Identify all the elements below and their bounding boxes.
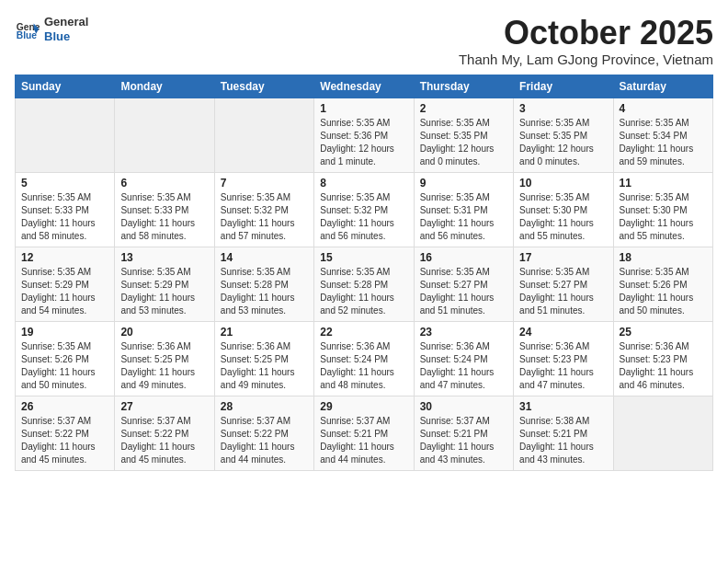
calendar-week-row: 12Sunrise: 5:35 AM Sunset: 5:29 PM Dayli… bbox=[16, 247, 713, 321]
calendar-cell: 7Sunrise: 5:35 AM Sunset: 5:32 PM Daylig… bbox=[214, 172, 313, 247]
page-header: General Blue General Blue October 2025 T… bbox=[15, 15, 713, 67]
calendar-cell: 30Sunrise: 5:37 AM Sunset: 5:21 PM Dayli… bbox=[414, 396, 513, 470]
calendar-week-row: 26Sunrise: 5:37 AM Sunset: 5:22 PM Dayli… bbox=[16, 396, 713, 470]
day-info: Sunrise: 5:35 AM Sunset: 5:32 PM Dayligh… bbox=[221, 191, 308, 243]
calendar-cell: 13Sunrise: 5:35 AM Sunset: 5:29 PM Dayli… bbox=[115, 247, 214, 321]
day-info: Sunrise: 5:35 AM Sunset: 5:30 PM Dayligh… bbox=[620, 191, 707, 243]
calendar-cell: 26Sunrise: 5:37 AM Sunset: 5:22 PM Dayli… bbox=[16, 396, 115, 470]
calendar-cell bbox=[613, 396, 712, 470]
calendar-header-sunday: Sunday bbox=[16, 75, 115, 98]
day-number: 20 bbox=[120, 326, 208, 339]
calendar-cell: 25Sunrise: 5:36 AM Sunset: 5:23 PM Dayli… bbox=[613, 321, 712, 396]
logo-icon: General Blue bbox=[15, 17, 40, 42]
month-title: October 2025 bbox=[459, 15, 713, 52]
calendar-cell: 24Sunrise: 5:36 AM Sunset: 5:23 PM Dayli… bbox=[514, 321, 613, 396]
day-number: 5 bbox=[21, 177, 108, 190]
day-number: 25 bbox=[620, 326, 707, 339]
day-info: Sunrise: 5:35 AM Sunset: 5:35 PM Dayligh… bbox=[420, 117, 507, 168]
day-info: Sunrise: 5:37 AM Sunset: 5:22 PM Dayligh… bbox=[120, 415, 208, 466]
calendar-cell bbox=[214, 98, 313, 172]
calendar-cell: 31Sunrise: 5:38 AM Sunset: 5:21 PM Dayli… bbox=[514, 396, 613, 470]
day-number: 2 bbox=[420, 102, 507, 115]
day-info: Sunrise: 5:36 AM Sunset: 5:23 PM Dayligh… bbox=[620, 340, 707, 392]
calendar-cell: 10Sunrise: 5:35 AM Sunset: 5:30 PM Dayli… bbox=[514, 172, 613, 247]
calendar-cell: 14Sunrise: 5:35 AM Sunset: 5:28 PM Dayli… bbox=[214, 247, 313, 321]
day-number: 6 bbox=[120, 177, 208, 190]
day-info: Sunrise: 5:35 AM Sunset: 5:33 PM Dayligh… bbox=[21, 191, 108, 243]
day-number: 16 bbox=[420, 251, 507, 264]
day-number: 15 bbox=[320, 251, 407, 264]
day-number: 10 bbox=[519, 177, 607, 190]
day-info: Sunrise: 5:35 AM Sunset: 5:31 PM Dayligh… bbox=[420, 191, 507, 243]
day-number: 21 bbox=[221, 326, 308, 339]
calendar-cell: 4Sunrise: 5:35 AM Sunset: 5:34 PM Daylig… bbox=[613, 98, 712, 172]
calendar-cell: 8Sunrise: 5:35 AM Sunset: 5:32 PM Daylig… bbox=[314, 172, 414, 247]
calendar-cell: 15Sunrise: 5:35 AM Sunset: 5:28 PM Dayli… bbox=[314, 247, 414, 321]
calendar-week-row: 19Sunrise: 5:35 AM Sunset: 5:26 PM Dayli… bbox=[16, 321, 713, 396]
day-number: 24 bbox=[519, 326, 607, 339]
location-subtitle: Thanh My, Lam GJong Province, Vietnam bbox=[459, 52, 713, 67]
day-number: 30 bbox=[420, 400, 507, 413]
day-number: 3 bbox=[519, 102, 607, 115]
calendar-header-tuesday: Tuesday bbox=[214, 75, 313, 98]
day-number: 1 bbox=[320, 102, 407, 115]
calendar-cell: 1Sunrise: 5:35 AM Sunset: 5:36 PM Daylig… bbox=[314, 98, 414, 172]
day-number: 23 bbox=[420, 326, 507, 339]
calendar-table: SundayMondayTuesdayWednesdayThursdayFrid… bbox=[15, 75, 713, 471]
calendar-cell: 2Sunrise: 5:35 AM Sunset: 5:35 PM Daylig… bbox=[414, 98, 513, 172]
day-info: Sunrise: 5:35 AM Sunset: 5:29 PM Dayligh… bbox=[21, 266, 108, 317]
calendar-cell: 3Sunrise: 5:35 AM Sunset: 5:35 PM Daylig… bbox=[514, 98, 613, 172]
day-number: 14 bbox=[221, 251, 308, 264]
day-info: Sunrise: 5:35 AM Sunset: 5:29 PM Dayligh… bbox=[120, 266, 208, 317]
day-info: Sunrise: 5:38 AM Sunset: 5:21 PM Dayligh… bbox=[519, 415, 607, 466]
calendar-header-friday: Friday bbox=[514, 75, 613, 98]
day-info: Sunrise: 5:36 AM Sunset: 5:23 PM Dayligh… bbox=[519, 340, 607, 392]
day-number: 28 bbox=[221, 400, 308, 413]
day-info: Sunrise: 5:35 AM Sunset: 5:36 PM Dayligh… bbox=[320, 117, 407, 168]
day-info: Sunrise: 5:37 AM Sunset: 5:22 PM Dayligh… bbox=[221, 415, 308, 466]
day-info: Sunrise: 5:35 AM Sunset: 5:28 PM Dayligh… bbox=[221, 266, 308, 317]
calendar-cell: 28Sunrise: 5:37 AM Sunset: 5:22 PM Dayli… bbox=[214, 396, 313, 470]
day-number: 7 bbox=[221, 177, 308, 190]
day-info: Sunrise: 5:35 AM Sunset: 5:26 PM Dayligh… bbox=[620, 266, 707, 317]
day-info: Sunrise: 5:37 AM Sunset: 5:21 PM Dayligh… bbox=[320, 415, 407, 466]
calendar-cell: 16Sunrise: 5:35 AM Sunset: 5:27 PM Dayli… bbox=[414, 247, 513, 321]
day-info: Sunrise: 5:36 AM Sunset: 5:24 PM Dayligh… bbox=[420, 340, 507, 392]
day-info: Sunrise: 5:36 AM Sunset: 5:24 PM Dayligh… bbox=[320, 340, 407, 392]
calendar-cell: 18Sunrise: 5:35 AM Sunset: 5:26 PM Dayli… bbox=[613, 247, 712, 321]
day-info: Sunrise: 5:35 AM Sunset: 5:30 PM Dayligh… bbox=[519, 191, 607, 243]
calendar-week-row: 5Sunrise: 5:35 AM Sunset: 5:33 PM Daylig… bbox=[16, 172, 713, 247]
day-number: 29 bbox=[320, 400, 407, 413]
day-info: Sunrise: 5:35 AM Sunset: 5:33 PM Dayligh… bbox=[120, 191, 208, 243]
calendar-cell bbox=[115, 98, 214, 172]
day-number: 9 bbox=[420, 177, 507, 190]
day-number: 18 bbox=[620, 251, 707, 264]
calendar-cell: 21Sunrise: 5:36 AM Sunset: 5:25 PM Dayli… bbox=[214, 321, 313, 396]
day-info: Sunrise: 5:36 AM Sunset: 5:25 PM Dayligh… bbox=[221, 340, 308, 392]
calendar-cell bbox=[16, 98, 115, 172]
logo: General Blue General Blue bbox=[15, 15, 88, 43]
calendar-header-monday: Monday bbox=[115, 75, 214, 98]
day-number: 13 bbox=[120, 251, 208, 264]
day-number: 11 bbox=[620, 177, 707, 190]
day-number: 12 bbox=[21, 251, 108, 264]
calendar-cell: 6Sunrise: 5:35 AM Sunset: 5:33 PM Daylig… bbox=[115, 172, 214, 247]
calendar-cell: 17Sunrise: 5:35 AM Sunset: 5:27 PM Dayli… bbox=[514, 247, 613, 321]
calendar-header-row: SundayMondayTuesdayWednesdayThursdayFrid… bbox=[16, 75, 713, 98]
calendar-cell: 12Sunrise: 5:35 AM Sunset: 5:29 PM Dayli… bbox=[16, 247, 115, 321]
calendar-cell: 19Sunrise: 5:35 AM Sunset: 5:26 PM Dayli… bbox=[16, 321, 115, 396]
calendar-header-saturday: Saturday bbox=[613, 75, 712, 98]
svg-text:Blue: Blue bbox=[17, 30, 38, 40]
calendar-cell: 29Sunrise: 5:37 AM Sunset: 5:21 PM Dayli… bbox=[314, 396, 414, 470]
day-info: Sunrise: 5:35 AM Sunset: 5:34 PM Dayligh… bbox=[620, 117, 707, 168]
day-info: Sunrise: 5:35 AM Sunset: 5:28 PM Dayligh… bbox=[320, 266, 407, 317]
day-number: 26 bbox=[21, 400, 108, 413]
day-info: Sunrise: 5:35 AM Sunset: 5:35 PM Dayligh… bbox=[519, 117, 607, 168]
day-info: Sunrise: 5:35 AM Sunset: 5:32 PM Dayligh… bbox=[320, 191, 407, 243]
calendar-cell: 9Sunrise: 5:35 AM Sunset: 5:31 PM Daylig… bbox=[414, 172, 513, 247]
logo-line2: Blue bbox=[44, 29, 88, 44]
day-number: 22 bbox=[320, 326, 407, 339]
calendar-header-wednesday: Wednesday bbox=[314, 75, 414, 98]
calendar-cell: 22Sunrise: 5:36 AM Sunset: 5:24 PM Dayli… bbox=[314, 321, 414, 396]
day-number: 31 bbox=[519, 400, 607, 413]
